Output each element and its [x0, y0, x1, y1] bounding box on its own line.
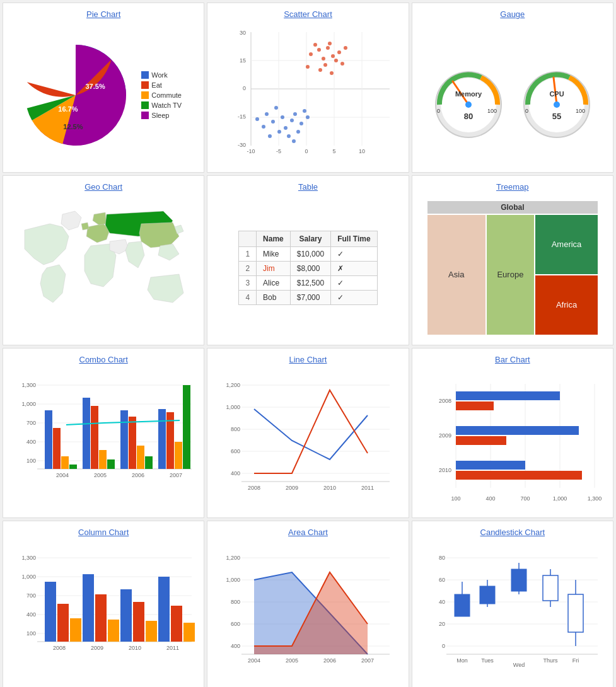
pie-labels: 37.5% 29.2% 16.7% 12.5% [33, 45, 134, 146]
treemap-global-label: Global [427, 201, 598, 214]
svg-rect-96 [183, 385, 190, 469]
svg-rect-89 [120, 410, 128, 469]
svg-text:-15: -15 [238, 113, 246, 120]
column-chart-card: Column Chart 1,300 1,000 700 400 100 200… [3, 521, 204, 687]
pie-chart-title[interactable]: Pie Chart [86, 9, 120, 19]
cpu-gauge: 0 100 CPU 55 [519, 64, 595, 127]
area-chart-title[interactable]: Area Chart [288, 528, 328, 537]
line-chart-title[interactable]: Line Chart [289, 355, 327, 364]
svg-point-42 [271, 120, 275, 124]
pie-label-eat: 16.7% [58, 105, 78, 113]
geo-chart-area [9, 197, 197, 338]
candlestick-chart-title[interactable]: Candlestick Chart [480, 528, 545, 537]
row2-num: 2 [239, 261, 257, 275]
geo-chart-title[interactable]: Geo Chart [84, 182, 122, 192]
row4-salary: $7,000 [290, 290, 330, 304]
svg-text:2007: 2007 [361, 657, 374, 664]
svg-rect-92 [145, 456, 153, 469]
svg-text:2004: 2004 [248, 657, 260, 664]
treemap-america: America [535, 215, 598, 274]
svg-point-46 [262, 125, 265, 129]
gauge-card: Gauge 0 [412, 3, 613, 173]
svg-text:400: 400 [231, 470, 240, 476]
svg-point-29 [344, 46, 347, 50]
svg-point-39 [277, 130, 281, 134]
legend-sleep: Sleep [141, 112, 182, 119]
svg-rect-150 [95, 594, 107, 642]
table-header-num [239, 231, 257, 246]
svg-text:2009: 2009 [439, 432, 451, 439]
svg-text:2009: 2009 [91, 645, 103, 651]
svg-rect-147 [57, 604, 69, 642]
svg-rect-90 [129, 417, 136, 469]
svg-point-63 [554, 101, 560, 108]
svg-text:1,300: 1,300 [588, 495, 602, 502]
svg-point-25 [337, 50, 341, 54]
svg-rect-148 [70, 618, 81, 642]
svg-text:100: 100 [487, 108, 497, 114]
column-chart-title[interactable]: Column Chart [78, 528, 129, 537]
cpu-gauge-svg: 0 100 CPU 55 [519, 64, 595, 127]
treemap-africa: Africa [535, 275, 598, 335]
legend-eat-label: Eat [151, 81, 162, 89]
svg-text:1,000: 1,000 [553, 495, 567, 502]
table-header-salary: Salary [290, 231, 330, 246]
svg-text:0: 0 [525, 108, 528, 114]
svg-rect-153 [133, 602, 144, 642]
svg-rect-194 [480, 586, 495, 604]
svg-text:2011: 2011 [166, 645, 179, 651]
charts-grid: Pie Chart 37.5% 29.2% [0, 0, 616, 687]
svg-text:Thurs: Thurs [543, 657, 558, 664]
svg-text:2009: 2009 [286, 485, 298, 491]
svg-text:2006: 2006 [323, 657, 336, 664]
svg-point-31 [340, 62, 344, 66]
svg-rect-81 [45, 410, 52, 469]
svg-text:15: 15 [240, 57, 246, 64]
svg-rect-95 [175, 442, 182, 469]
svg-text:400: 400 [26, 439, 36, 445]
svg-text:100: 100 [451, 495, 460, 502]
svg-text:Fri: Fri [572, 657, 579, 664]
svg-text:2007: 2007 [170, 472, 182, 478]
svg-rect-84 [69, 465, 77, 469]
svg-text:1,300: 1,300 [22, 382, 37, 388]
treemap-europe: Europe [487, 215, 535, 335]
svg-rect-85 [83, 398, 90, 469]
treemap-card: Treemap Global Asia Europe America Afric… [412, 175, 613, 345]
treemap-title[interactable]: Treemap [496, 182, 529, 192]
row4-fulltime: ✓ [331, 290, 377, 304]
svg-rect-156 [171, 606, 182, 642]
combo-chart-title[interactable]: Combo Chart [79, 355, 128, 364]
svg-rect-129 [456, 461, 525, 470]
svg-text:600: 600 [231, 621, 240, 627]
svg-point-47 [268, 134, 272, 138]
svg-point-36 [284, 126, 288, 130]
scatter-chart-title[interactable]: Scatter Chart [284, 9, 332, 19]
svg-point-43 [306, 115, 310, 119]
svg-text:-10: -10 [247, 148, 255, 154]
table-header-fulltime: Full Time [331, 231, 377, 246]
memory-gauge: 0 100 Memory 80 [431, 64, 506, 127]
bar-chart-title[interactable]: Bar Chart [495, 355, 530, 364]
table-area: Name Salary Full Time 1 Mike $10,000 ✓ 2… [214, 197, 402, 338]
legend-eat-color [141, 81, 149, 89]
svg-rect-155 [158, 577, 170, 642]
svg-point-18 [309, 52, 313, 56]
row3-fulltime: ✓ [331, 275, 377, 290]
svg-point-38 [299, 122, 303, 125]
svg-point-24 [323, 63, 327, 67]
svg-rect-91 [137, 446, 144, 469]
svg-text:40: 40 [439, 599, 445, 605]
scatter-svg: 30 15 0 -15 -30 -10 -5 0 5 10 [219, 26, 396, 165]
row3-name: Alice [257, 275, 291, 290]
gauge-title[interactable]: Gauge [500, 9, 525, 19]
table-header-row: Name Salary Full Time [239, 231, 377, 246]
svg-text:10: 10 [359, 148, 365, 154]
pie-label-sleep: 29.2% [43, 62, 62, 70]
table-title[interactable]: Table [298, 182, 318, 192]
svg-point-55 [465, 101, 472, 108]
legend-commute: Commute [141, 91, 182, 99]
svg-rect-93 [158, 409, 166, 469]
svg-point-22 [331, 54, 335, 58]
pie-label-commute: 12.5% [63, 123, 83, 130]
